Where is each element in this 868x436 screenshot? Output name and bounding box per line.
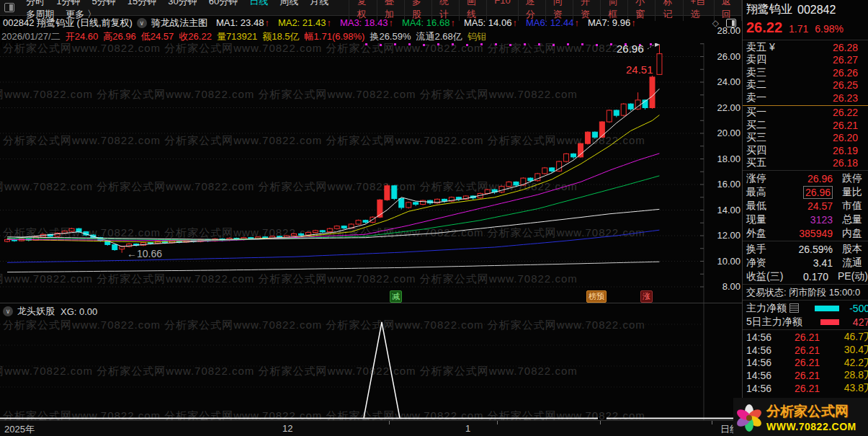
time-axis-tick [712, 421, 712, 424]
panel-toggle-icon[interactable] [726, 19, 736, 27]
stat-value: 26.96 [788, 187, 833, 198]
tick-price: 26.21 [779, 344, 820, 356]
price-axis-label: 20.00 [706, 128, 741, 138]
stat-value-text: 26.59% [799, 244, 833, 255]
sell-label: 卖五 ¥ [746, 41, 791, 54]
stat-value: 3.41 [788, 257, 833, 269]
high-price-marker: 26.96 [617, 43, 644, 55]
stat-label: 涨停 [746, 172, 788, 185]
diamond-icon[interactable]: ◇ [712, 18, 719, 28]
quote-field-5: 量713921 [217, 30, 257, 43]
stat-label: 净资 [746, 257, 788, 270]
five-day-flow-label: 5日主力净额 [746, 316, 802, 329]
ma-value-5: MA5: 14.06↑ [464, 17, 517, 28]
quote-field-7: 幅1.71(6.98%) [305, 30, 365, 43]
stat-value-text: 26.96 [807, 173, 833, 184]
five-day-flow-value: 4275 [839, 316, 868, 328]
tick-time: 14:56 [746, 370, 779, 381]
logo-site-name: 分析家公式网 [766, 402, 856, 421]
menu-item-周线[interactable]: 周线 [274, 0, 304, 6]
tick-time: 14:56 [746, 357, 779, 368]
time-axis-label-2025年: 2025年 [4, 423, 35, 436]
split-window-icon[interactable] [4, 3, 14, 12]
up-arrow-icon: ↑ [631, 17, 636, 28]
buy-price: 26.21 [791, 120, 858, 131]
sell-row-4[interactable]: 卖二26.25 [743, 79, 868, 92]
buy-label: 买四 [746, 144, 791, 157]
sell-label: 卖四 [746, 53, 791, 66]
price-axis-label: 10.00 [706, 256, 741, 267]
menu-item-30分钟[interactable]: 30分钟 [162, 0, 202, 6]
quote-field-9: 流通2.68亿 [416, 30, 462, 43]
ma-value-4: MA4: 16.68↑ [402, 17, 455, 28]
menu-item-5分钟[interactable]: 5分钟 [86, 0, 122, 6]
list-icon[interactable] [789, 303, 799, 313]
price-change: 1.71 [789, 23, 808, 35]
last-price: 26.22 [746, 19, 782, 36]
sell-row-3[interactable]: 卖三26.26 [743, 66, 868, 79]
stat-value-text: 3123 [810, 214, 833, 226]
quote-field-6: 额18.5亿 [262, 30, 299, 43]
sell-row-2[interactable]: 卖四26.27 [743, 54, 868, 67]
stats-block-top: 涨停26.96跌停最高26.96量比最低24.57市值现量3123总量外盘385… [743, 172, 868, 240]
tick-time: 14:56 [746, 332, 779, 343]
stat-row-换手: 换手26.59%股本 [743, 242, 868, 256]
menu-item-分时[interactable]: 分时 [20, 0, 50, 6]
menu-item-60分钟[interactable]: 60分钟 [203, 0, 243, 6]
stat-row-外盘: 外盘385949内盘 [743, 226, 868, 240]
panel-divider-vertical [742, 0, 743, 436]
panel-divider [0, 303, 742, 303]
indicator-title: 龙头妖股 [17, 305, 55, 318]
sell-price: 26.25 [791, 79, 858, 91]
main-flow-value: -5008 [839, 303, 868, 314]
quote-field-2: 高26.96 [103, 30, 136, 43]
sell-label: 卖三 [746, 66, 791, 79]
buy-price: 26.20 [791, 132, 858, 143]
chevron-down-icon[interactable]: ∨ [137, 18, 147, 28]
chart-badge-减: 减 [390, 290, 402, 303]
chevron-down-icon[interactable]: ∨ [3, 306, 13, 316]
stat-label-2: 量比 [842, 186, 862, 199]
menu-item-15分钟[interactable]: 15分钟 [122, 0, 162, 6]
ma-value-6: MA6: 12.44↑ [526, 17, 579, 28]
sell-price: 26.26 [791, 67, 858, 79]
buy-row-4[interactable]: 买四26.19 [743, 144, 868, 157]
quote-panel: 翔鹭钨业 002842 26.22 1.71 6.98% 卖五 ¥26.28卖四… [743, 0, 868, 436]
stat-label: 现量 [746, 213, 788, 226]
buy-row-5[interactable]: 买五26.18 [743, 157, 868, 170]
ma-values: MA1: 23.48↑MA2: 21.43↑MA3: 18.43↑MA4: 16… [207, 17, 636, 28]
price-axis-label: 26.00 [706, 51, 741, 62]
stat-label: 外盘 [746, 227, 788, 240]
stat-label-2: 总量 [842, 213, 862, 226]
stat-label-2: 股本 [842, 243, 862, 256]
time-axis[interactable]: 2025年121日线 [0, 420, 742, 436]
menu-item-日线[interactable]: 日线 [243, 0, 274, 6]
stat-row-净资: 净资3.41流通 [743, 256, 868, 270]
sell-row-5[interactable]: 卖一26.23 [743, 92, 868, 104]
tick-price: 26.21 [779, 370, 820, 381]
time-axis-tick [600, 421, 601, 424]
trade-status: 交易状态: 闭市阶段 15:00:0 [743, 285, 868, 299]
menu-item-1分钟[interactable]: 1分钟 [50, 0, 86, 6]
tick-volume: 42.2万 [820, 357, 868, 370]
menu-item-月线[interactable]: 月线 [304, 0, 334, 6]
low-price-marker: ←10.66 [127, 248, 162, 259]
trade-tick-list[interactable]: 14:5626.2146.7万14:5626.2130.4万14:5626.21… [743, 331, 868, 395]
buy-row-2[interactable]: 买二26.21 [743, 119, 868, 132]
buy-row-1[interactable]: 买一26.22 [743, 107, 868, 120]
up-arrow-icon: ↑ [512, 17, 517, 28]
logo-site-url: WWW.70822.COM [766, 421, 856, 432]
sell-row-1[interactable]: 卖五 ¥26.28 [743, 41, 868, 54]
info-bar: 002842 翔鹭钨业 (日线,前复权) ∨ 骑龙战法主图 MA1: 23.48… [0, 16, 742, 30]
five-day-flow-bar [820, 319, 839, 325]
tick-volume: 43.8万 [820, 382, 868, 395]
main-chart[interactable] [0, 43, 742, 436]
sell-price: 26.27 [791, 54, 858, 66]
price-axis-label: 12.00 [706, 230, 741, 241]
quote-field-3: 低24.57 [141, 30, 174, 43]
stat-row-涨停: 涨停26.96跌停 [743, 172, 868, 185]
time-axis-label-1: 1 [465, 423, 470, 434]
stat-label: 最高 [746, 186, 788, 199]
app-window: 分析家公式网www.70822.com 分析家公式网www.70822.com … [0, 0, 868, 436]
buy-row-3[interactable]: 买三26.20 [743, 132, 868, 145]
